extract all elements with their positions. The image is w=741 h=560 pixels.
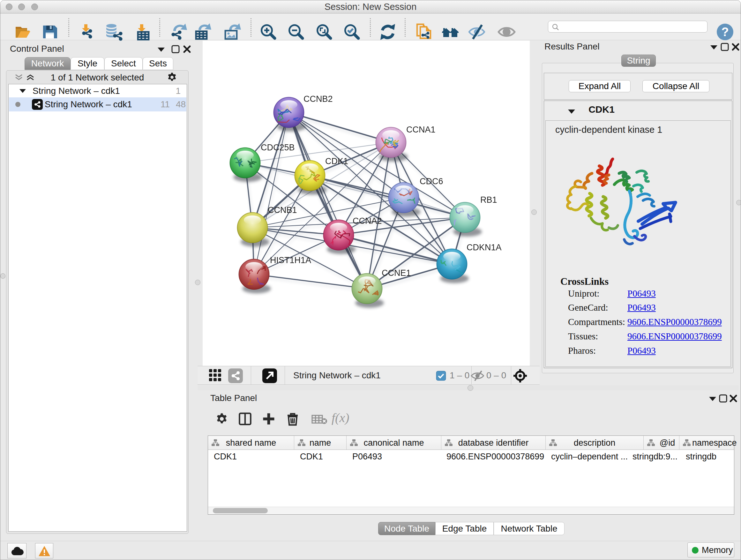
- svg-text:HIST1H1A: HIST1H1A: [270, 255, 311, 265]
- svg-text:CCNE1: CCNE1: [382, 268, 411, 278]
- svg-text:CCNA2: CCNA2: [353, 216, 382, 226]
- svg-text:RB1: RB1: [480, 195, 497, 205]
- svg-text:CDC6: CDC6: [420, 177, 443, 186]
- svg-text:CCNB2: CCNB2: [304, 94, 333, 104]
- svg-text:CDC25B: CDC25B: [261, 143, 295, 152]
- svg-text:CDK1: CDK1: [325, 157, 348, 166]
- svg-text:?: ?: [721, 25, 729, 39]
- svg-text:CCNA1: CCNA1: [406, 125, 435, 134]
- svg-text:CCNB1: CCNB1: [268, 205, 297, 215]
- svg-text:CDKN1A: CDKN1A: [467, 243, 502, 252]
